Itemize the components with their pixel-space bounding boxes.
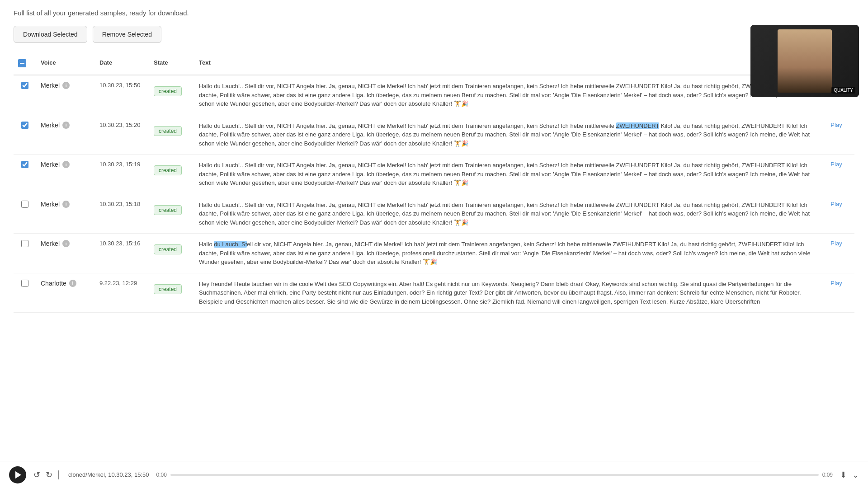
row-date: 10.30.23, 15:16 bbox=[95, 235, 149, 251]
row-state-cell: created bbox=[149, 117, 194, 141]
state-badge: created bbox=[154, 126, 182, 136]
row-checkbox[interactable] bbox=[21, 82, 28, 89]
row-play-cell: Play bbox=[818, 235, 854, 251]
header-date: Date bbox=[95, 56, 149, 71]
state-badge: created bbox=[154, 205, 182, 215]
row-text: Hey freunde! Heute tauchen wir in die co… bbox=[194, 275, 818, 311]
table-row: Merkeli10.30.23, 15:19createdHallo du La… bbox=[14, 155, 854, 194]
row-checkbox-cell bbox=[14, 275, 36, 291]
row-text: Hallo du Lauch!.. Stell dir vor, NICHT A… bbox=[194, 77, 818, 113]
row-voice-name: Merkel bbox=[41, 82, 60, 89]
table-body: Merkeli10.30.23, 15:50createdHallo du La… bbox=[14, 75, 854, 313]
row-checkbox-cell bbox=[14, 235, 36, 252]
info-icon[interactable]: i bbox=[62, 161, 70, 168]
row-checkbox-cell bbox=[14, 77, 36, 94]
row-date: 10.30.23, 15:50 bbox=[95, 77, 149, 93]
row-date: 10.30.23, 15:20 bbox=[95, 117, 149, 133]
play-button[interactable]: Play bbox=[830, 280, 842, 286]
row-state-cell: created bbox=[149, 77, 194, 101]
row-voice-cell: Merkeli bbox=[36, 117, 95, 133]
info-icon[interactable]: i bbox=[62, 122, 70, 129]
row-voice-name: Merkel bbox=[41, 201, 60, 208]
video-placeholder: QUALITY bbox=[750, 25, 859, 97]
row-voice-name: Merkel bbox=[41, 240, 60, 247]
play-button[interactable]: Play bbox=[830, 122, 842, 128]
text-highlight: ZWEIHUNDERT bbox=[616, 122, 660, 129]
play-button[interactable]: Play bbox=[830, 161, 842, 168]
row-checkbox-cell bbox=[14, 117, 36, 133]
page-wrapper: Full list of all your generated samples,… bbox=[0, 0, 868, 322]
state-badge: created bbox=[154, 244, 182, 254]
row-checkbox[interactable] bbox=[21, 161, 28, 168]
state-badge: created bbox=[154, 165, 182, 175]
play-button[interactable]: Play bbox=[830, 201, 842, 207]
row-play-cell: Play bbox=[818, 117, 854, 133]
table-header: Voice Date State Text bbox=[14, 52, 854, 75]
row-state-cell: created bbox=[149, 156, 194, 180]
row-voice-cell: Merkeli bbox=[36, 156, 95, 173]
state-badge: created bbox=[154, 284, 182, 294]
row-play-cell: Play bbox=[818, 275, 854, 291]
row-checkbox[interactable] bbox=[21, 201, 28, 208]
play-button[interactable]: Play bbox=[830, 240, 842, 247]
row-date: 10.30.23, 15:19 bbox=[95, 156, 149, 172]
row-voice-cell: Merkeli bbox=[36, 196, 95, 212]
table-row: Charlottei9.22.23, 12:29createdHey freun… bbox=[14, 273, 854, 313]
row-voice-name: Merkel bbox=[41, 122, 60, 129]
select-all-toggle[interactable] bbox=[18, 59, 26, 67]
table-row: Merkeli10.30.23, 15:18createdHallo du La… bbox=[14, 194, 854, 234]
info-icon[interactable]: i bbox=[62, 201, 70, 208]
row-state-cell: created bbox=[149, 275, 194, 299]
video-overlay: QUALITY bbox=[750, 25, 859, 97]
table-row: Merkeli10.30.23, 15:50createdHallo du La… bbox=[14, 75, 854, 115]
row-date: 10.30.23, 15:18 bbox=[95, 196, 149, 212]
row-text: Hallo du Lauch!.. Stell dir vor, NICHT A… bbox=[194, 196, 818, 232]
row-voice-cell: Merkeli bbox=[36, 235, 95, 252]
row-play-cell: Play bbox=[818, 156, 854, 172]
info-icon[interactable]: i bbox=[62, 240, 70, 247]
toolbar: Download Selected Remove Selected bbox=[14, 26, 854, 43]
quality-badge: QUALITY bbox=[831, 87, 855, 94]
header-voice: Voice bbox=[36, 56, 95, 71]
row-state-cell: created bbox=[149, 235, 194, 259]
info-icon[interactable]: i bbox=[69, 280, 76, 287]
row-checkbox-cell bbox=[14, 196, 36, 212]
row-checkbox[interactable] bbox=[21, 280, 28, 287]
download-selected-button[interactable]: Download Selected bbox=[14, 26, 87, 43]
header-checkbox-cell bbox=[14, 56, 36, 71]
row-state-cell: created bbox=[149, 196, 194, 220]
page-subtitle: Full list of all your generated samples,… bbox=[14, 9, 854, 17]
info-icon[interactable]: i bbox=[62, 82, 70, 89]
row-voice-name: Merkel bbox=[41, 161, 60, 168]
row-text: Hallo du Lauch, Stell dir vor, NICHT Ang… bbox=[194, 235, 818, 271]
row-text: Hallo du Lauch!.. Stell dir vor, NICHT A… bbox=[194, 156, 818, 192]
text-highlight: du Lauch, St bbox=[214, 241, 247, 248]
remove-selected-button[interactable]: Remove Selected bbox=[93, 26, 162, 43]
row-voice-cell: Merkeli bbox=[36, 77, 95, 94]
row-checkbox-cell bbox=[14, 156, 36, 173]
row-voice-name: Charlotte bbox=[41, 280, 66, 287]
row-voice-cell: Charlottei bbox=[36, 275, 95, 291]
row-play-cell: Play bbox=[818, 196, 854, 212]
row-text: Hallo du Lauch!.. Stell dir vor, NICHT A… bbox=[194, 117, 818, 153]
row-checkbox[interactable] bbox=[21, 240, 28, 247]
row-checkbox[interactable] bbox=[21, 122, 28, 129]
video-person bbox=[778, 29, 832, 93]
row-date: 9.22.23, 12:29 bbox=[95, 275, 149, 291]
table-row: Merkeli10.30.23, 15:16createdHallo du La… bbox=[14, 234, 854, 273]
header-state: State bbox=[149, 56, 194, 71]
header-text: Text bbox=[194, 56, 818, 71]
state-badge: created bbox=[154, 86, 182, 96]
table-row: Merkeli10.30.23, 15:20createdHallo du La… bbox=[14, 115, 854, 155]
